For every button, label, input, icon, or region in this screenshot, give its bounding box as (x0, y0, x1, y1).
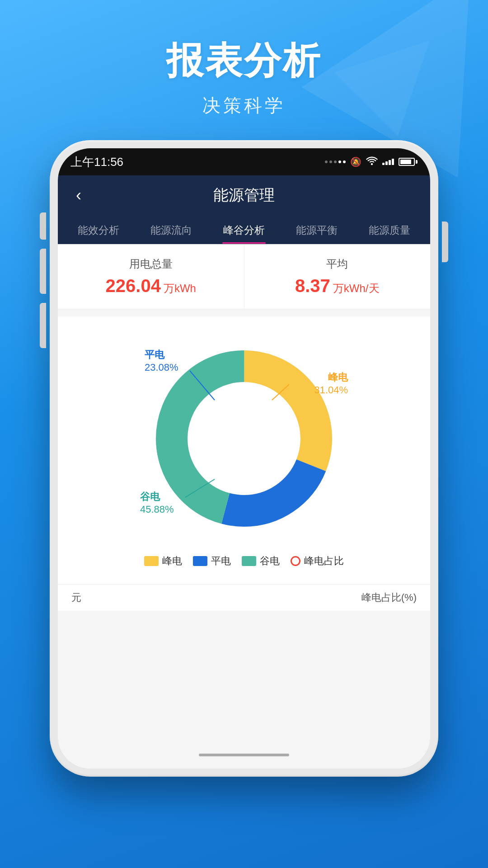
signal-bars-icon (382, 159, 394, 165)
signal-dot-1 (325, 160, 328, 163)
feng-label-pct: 31.04% (314, 384, 348, 396)
ping-label-name: 平电 (145, 348, 178, 362)
stats-row: 用电总量 226.04 万kWh 平均 8.37 万kWh/天 (58, 244, 430, 309)
legend-ping: 平电 (193, 554, 231, 568)
chart-label-ping: 平电 23.08% (145, 348, 178, 373)
tab-quality[interactable]: 能源质量 (353, 215, 426, 244)
status-icons: 🔕 (325, 156, 418, 168)
donut-chart: 平电 23.08% 峰电 31.04% (136, 330, 352, 547)
avg-label: 平均 (258, 257, 417, 271)
tab-bar: 能效分析 能源流向 峰谷分析 能源平衡 能源质量 (58, 215, 430, 244)
home-bar (58, 741, 430, 769)
status-bar: 上午11:56 🔕 (58, 148, 430, 175)
y-axis-label: 元 (71, 591, 81, 604)
chart-axis-labels: 元 峰电占比(%) (58, 584, 430, 611)
chart-label-feng: 峰电 31.04% (314, 371, 348, 396)
tab-flow[interactable]: 能源流向 (135, 215, 208, 244)
svg-point-0 (371, 163, 373, 165)
wifi-icon (366, 156, 378, 168)
legend-circle-ratio (291, 556, 300, 566)
volume-up-button (40, 249, 46, 294)
legend-feng: 峰电 (144, 554, 182, 568)
status-time: 上午11:56 (70, 154, 123, 170)
page-title: 报表分析 (0, 36, 488, 86)
home-indicator (199, 754, 289, 756)
legend-swatch-gu (242, 556, 256, 566)
signal-dot-3 (334, 160, 337, 163)
tab-peak-valley[interactable]: 峰谷分析 (208, 215, 281, 244)
gu-label-pct: 45.88% (140, 504, 174, 515)
legend-label-ping: 平电 (211, 554, 231, 568)
legend-label-ratio: 峰电占比 (304, 554, 344, 568)
battery-icon (399, 158, 418, 166)
signal-dot-4 (338, 160, 341, 163)
content-area: 用电总量 226.04 万kWh 平均 8.37 万kWh/天 (58, 244, 430, 741)
total-usage-card: 用电总量 226.04 万kWh (58, 244, 244, 309)
volume-down-button (40, 303, 46, 348)
power-button (442, 222, 448, 262)
feng-label-name: 峰电 (314, 371, 348, 384)
app-navbar: ‹ 能源管理 (58, 175, 430, 215)
app-title: 能源管理 (213, 185, 275, 206)
tab-efficiency[interactable]: 能效分析 (62, 215, 135, 244)
signal-dot-2 (329, 160, 332, 163)
avg-usage-card: 平均 8.37 万kWh/天 (244, 244, 431, 309)
chart-legend: 峰电 平电 谷电 峰电占比 (67, 547, 421, 575)
tab-balance[interactable]: 能源平衡 (280, 215, 353, 244)
mute-button (40, 212, 46, 240)
ping-label-pct: 23.08% (145, 362, 178, 373)
signal-dot-5 (343, 160, 346, 163)
legend-ratio: 峰电占比 (291, 554, 344, 568)
chart-section: 平电 23.08% 峰电 31.04% (58, 316, 430, 584)
legend-gu: 谷电 (242, 554, 280, 568)
legend-label-feng: 峰电 (162, 554, 182, 568)
legend-swatch-feng (144, 556, 159, 566)
page-subtitle: 决策科学 (0, 93, 488, 118)
avg-value: 8.37 (295, 276, 330, 296)
avg-unit: 万kWh/天 (333, 281, 380, 296)
legend-label-gu: 谷电 (260, 554, 280, 568)
back-button[interactable]: ‹ (76, 186, 81, 205)
phone-mockup: 上午11:56 🔕 (50, 140, 438, 777)
chart-label-gu: 谷电 45.88% (140, 490, 174, 515)
gu-label-name: 谷电 (140, 490, 174, 504)
total-label: 用电总量 (71, 257, 230, 271)
legend-swatch-ping (193, 556, 207, 566)
total-unit: 万kWh (164, 281, 196, 296)
total-value: 226.04 (106, 276, 161, 296)
mute-icon: 🔕 (350, 156, 361, 167)
x-axis-label: 峰电占比(%) (361, 591, 417, 604)
